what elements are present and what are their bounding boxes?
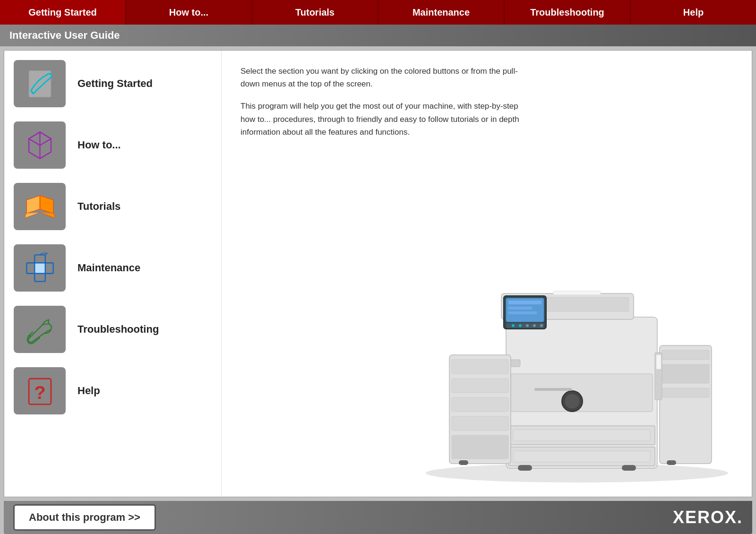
nav-troubleshooting[interactable]: Troubleshooting: [505, 0, 631, 25]
svg-text:?: ?: [34, 382, 45, 403]
nav-getting-started[interactable]: Getting Started: [0, 0, 126, 25]
svg-rect-56: [459, 460, 468, 465]
troubleshooting-label: Troubleshooting: [77, 323, 159, 336]
svg-line-4: [29, 138, 40, 145]
svg-point-44: [519, 324, 522, 327]
svg-rect-49: [662, 350, 709, 360]
header-area: Interactive User Guide: [0, 25, 756, 46]
troubleshooting-icon: [22, 312, 58, 347]
printer-illustration: [412, 279, 742, 482]
how-to-label: How to...: [77, 139, 121, 151]
svg-point-43: [512, 324, 515, 327]
maintenance-icon: [22, 250, 58, 286]
page-title: Interactive User Guide: [9, 29, 120, 42]
getting-started-label: Getting Started: [77, 78, 153, 90]
svg-rect-22: [513, 430, 650, 441]
how-to-icon: [22, 128, 58, 163]
maintenance-label: Maintenance: [77, 262, 140, 274]
svg-rect-57: [667, 460, 676, 465]
svg-rect-48: [660, 345, 712, 464]
menu-item-how-to[interactable]: How to...: [14, 121, 212, 169]
svg-point-45: [526, 324, 529, 327]
nav-tutorials[interactable]: Tutorials: [252, 0, 378, 25]
svg-rect-24: [513, 451, 650, 462]
svg-rect-33: [452, 435, 508, 459]
bottom-bar: About this program >> XEROX.: [4, 501, 752, 534]
svg-rect-27: [534, 388, 572, 391]
svg-rect-54: [518, 465, 532, 471]
description-line2: This program will help you get the most …: [241, 100, 524, 138]
svg-line-3: [40, 138, 51, 145]
svg-rect-55: [622, 465, 636, 471]
nav-maintenance[interactable]: Maintenance: [378, 0, 505, 25]
svg-rect-11: [34, 263, 45, 274]
menu-item-tutorials[interactable]: Tutorials: [14, 183, 212, 230]
nav-help[interactable]: Help: [631, 0, 756, 25]
menu-item-maintenance[interactable]: Maintenance: [14, 244, 212, 292]
svg-rect-51: [662, 388, 709, 397]
svg-rect-50: [662, 364, 709, 383]
about-button[interactable]: About this program >>: [13, 504, 156, 531]
svg-rect-40: [508, 307, 532, 310]
how-to-icon-box: [14, 121, 66, 169]
svg-point-47: [540, 324, 543, 327]
svg-rect-31: [452, 397, 508, 412]
menu-item-help[interactable]: ? Help: [14, 367, 212, 414]
left-panel: Getting Started How to...: [4, 51, 222, 497]
svg-rect-39: [508, 301, 541, 304]
svg-rect-29: [452, 360, 508, 374]
help-icon-box: ?: [14, 367, 66, 414]
tutorials-icon-box: [14, 183, 66, 230]
description-line1: Select the section you want by clicking …: [241, 65, 524, 90]
svg-rect-30: [452, 379, 508, 393]
getting-started-icon: [22, 66, 58, 102]
help-icon: ?: [22, 373, 58, 409]
svg-rect-36: [553, 291, 601, 295]
troubleshooting-icon-box: [14, 306, 66, 353]
nav-how-to[interactable]: How to...: [126, 0, 252, 25]
getting-started-icon-box: [14, 60, 66, 107]
svg-point-26: [565, 394, 580, 409]
svg-rect-41: [508, 311, 537, 314]
svg-rect-53: [656, 355, 661, 369]
tutorials-icon: [22, 189, 58, 224]
printer-svg: [412, 279, 742, 482]
svg-point-46: [533, 324, 536, 327]
maintenance-icon-box: [14, 244, 66, 292]
right-panel: Select the section you want by clicking …: [222, 51, 752, 497]
help-label: Help: [77, 385, 100, 397]
menu-item-troubleshooting[interactable]: Troubleshooting: [14, 306, 212, 353]
tutorials-label: Tutorials: [77, 200, 120, 213]
xerox-logo: XEROX.: [673, 508, 743, 527]
menu-item-getting-started[interactable]: Getting Started: [14, 60, 212, 107]
svg-rect-32: [452, 416, 508, 431]
nav-bar: Getting Started How to... Tutorials Main…: [0, 0, 756, 25]
main-content: Getting Started How to...: [4, 50, 752, 497]
